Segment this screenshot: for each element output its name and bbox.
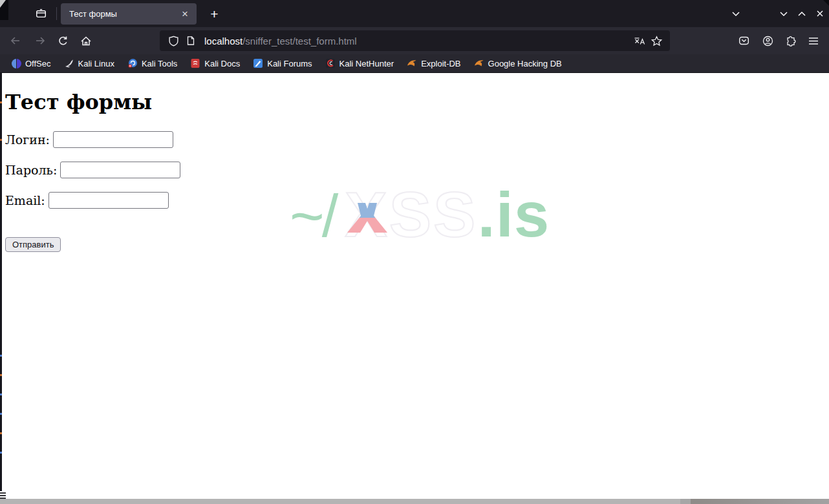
window-corner-decoration — [823, 0, 829, 6]
email-label: Email: — [5, 193, 45, 207]
list-all-tabs-button[interactable] — [728, 6, 744, 21]
hamburger-icon — [808, 37, 819, 45]
bookmark-item-kali-docs[interactable]: Kali Docs — [188, 57, 242, 70]
home-icon — [80, 36, 92, 47]
forward-button[interactable] — [31, 32, 49, 50]
url-text: localhost/sniffer_test/test_form.html — [204, 36, 631, 47]
tab-bar: Тест формы × + — [0, 0, 829, 27]
minimize-icon — [779, 11, 788, 17]
translate-icon[interactable] — [631, 32, 648, 49]
firefox-view-icon — [36, 8, 47, 19]
bookmark-item-kali-tools[interactable]: Kali Tools — [125, 57, 179, 70]
background-window-edge — [0, 73, 2, 491]
forward-arrow-icon — [34, 36, 46, 46]
page-content: Тест формы Логин: Пароль: Email: Отправи… — [0, 73, 829, 499]
bookmark-item-kali-linux[interactable]: Kali Linux — [62, 57, 116, 70]
tab-test-form[interactable]: Тест формы × — [61, 3, 197, 25]
kali-dragon-icon — [64, 58, 74, 68]
pocket-button[interactable] — [735, 32, 753, 50]
bookmark-label: Kali Linux — [78, 59, 114, 68]
background-edge-line — [0, 492, 6, 494]
bookmark-item-offsec[interactable]: OffSec — [9, 57, 53, 70]
reload-icon — [58, 36, 69, 47]
login-input[interactable] — [53, 131, 173, 148]
background-edge-line — [0, 495, 6, 496]
account-icon — [762, 36, 773, 47]
bookmark-label: Exploit-DB — [421, 59, 460, 68]
tab-title: Тест формы — [69, 9, 178, 19]
bookmark-item-kali-forums[interactable]: Kali Forums — [251, 57, 314, 70]
bookmark-label: Kali Tools — [142, 59, 177, 68]
window-close-button[interactable] — [812, 6, 828, 21]
pocket-icon — [738, 36, 749, 46]
bookmark-item-kali-nethunter[interactable]: Kali NetHunter — [323, 57, 396, 70]
bookmark-label: OffSec — [25, 59, 51, 68]
kali-docs-icon — [190, 58, 200, 68]
window-minimize-button[interactable] — [776, 6, 791, 21]
kali-forums-icon — [253, 58, 263, 68]
bookmark-item-exploit-db[interactable]: Exploit-DB — [405, 57, 462, 70]
desktop-corner-decoration — [0, 0, 8, 20]
new-tab-button[interactable]: + — [206, 5, 223, 23]
bookmark-label: Google Hacking DB — [488, 59, 562, 68]
account-button[interactable] — [759, 32, 777, 50]
maximize-icon — [797, 11, 806, 17]
kali-nethunter-icon — [325, 58, 336, 68]
puzzle-icon — [786, 36, 797, 47]
submit-button[interactable]: Отправить — [5, 237, 61, 252]
extensions-button[interactable] — [782, 32, 800, 50]
back-button[interactable] — [6, 32, 25, 50]
password-input[interactable] — [60, 162, 180, 178]
desktop-panel-edge — [0, 499, 829, 504]
chevron-down-icon — [731, 11, 740, 17]
page-info-icon[interactable] — [182, 32, 199, 49]
password-row: Пароль: — [5, 162, 824, 178]
close-icon — [816, 10, 824, 17]
browser-window: Тест формы × + — [0, 0, 829, 504]
reload-button[interactable] — [54, 32, 72, 50]
firefox-view-button[interactable] — [31, 5, 50, 23]
menu-button[interactable] — [804, 32, 823, 50]
bookmark-star-button[interactable] — [648, 32, 665, 49]
window-maximize-button[interactable] — [794, 6, 810, 21]
bookmark-item-google-hacking-db[interactable]: Google Hacking DB — [472, 57, 564, 70]
bookmark-label: Kali Forums — [267, 59, 312, 68]
url-bar[interactable]: localhost/sniffer_test/test_form.html — [160, 30, 670, 51]
kali-tools-icon — [127, 58, 138, 68]
offsec-icon — [11, 58, 21, 68]
home-button[interactable] — [77, 32, 95, 50]
password-label: Пароль: — [5, 163, 57, 177]
url-host: localhost — [204, 36, 242, 47]
google-hacking-db-icon — [474, 58, 484, 68]
shield-icon[interactable] — [165, 32, 182, 49]
page-title: Тест формы — [5, 90, 824, 114]
email-input[interactable] — [48, 192, 169, 209]
bookmark-label: Kali Docs — [204, 59, 240, 68]
close-icon: × — [182, 8, 188, 19]
email-row: Email: — [5, 192, 824, 209]
url-path: /sniffer_test/test_form.html — [242, 36, 356, 47]
navigation-toolbar: localhost/sniffer_test/test_form.html — [0, 27, 829, 54]
tab-separator — [56, 7, 57, 20]
exploit-db-icon — [407, 58, 417, 68]
tab-close-button[interactable]: × — [178, 8, 191, 21]
bookmark-label: Kali NetHunter — [339, 59, 394, 68]
plus-icon: + — [210, 6, 218, 22]
back-arrow-icon — [10, 36, 21, 46]
login-row: Логин: — [5, 131, 824, 148]
login-label: Логин: — [5, 132, 50, 147]
bookmarks-toolbar: OffSec Kali Linux Kali Tools — [0, 54, 829, 73]
